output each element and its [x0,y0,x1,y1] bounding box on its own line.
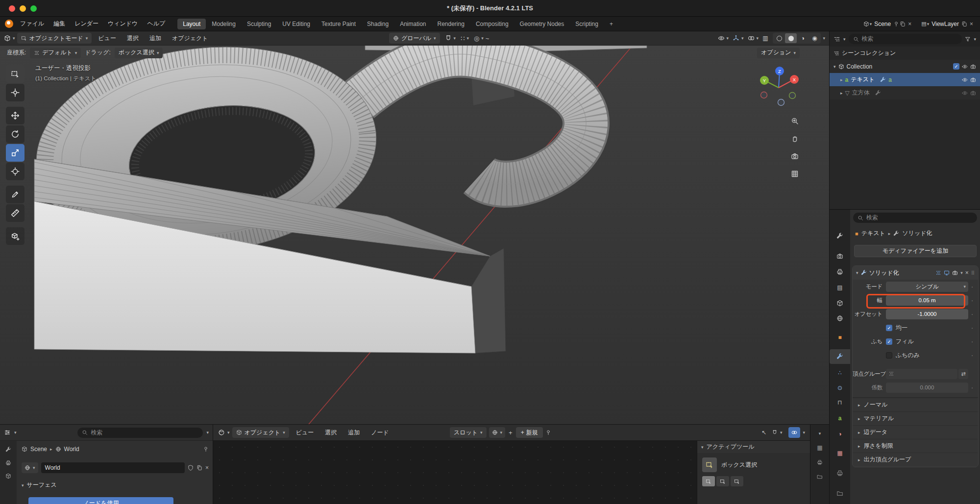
wb-scene-label[interactable]: Scene [30,446,47,453]
shading-chevron[interactable]: ▾ [823,36,825,41]
tool-select-box[interactable] [6,65,24,83]
transform-orientation-dropdown[interactable]: グローバル ▾ [389,33,440,44]
section-materials[interactable]: ▸マテリアル [853,411,978,425]
tool-scale[interactable] [6,144,24,162]
wb-pin-icon[interactable] [203,446,209,452]
slot-dropdown[interactable]: スロット ▾ [450,427,487,438]
wp-tab-tool-icon[interactable] [5,447,11,453]
ne-overlays-chevron[interactable]: ▾ [803,430,805,435]
modifier-extras-chevron[interactable]: ▾ [960,270,963,275]
menu-window[interactable]: ウィンドウ [103,18,142,29]
select-mode-extend-button[interactable] [716,476,729,486]
node-menu-add[interactable]: 追加 [343,427,364,438]
node-menu-select[interactable]: 選択 [320,427,341,438]
wp-tab-output-icon[interactable] [5,473,11,479]
node-menu-view[interactable]: ビュー [292,427,318,438]
modifier-render-toggle-icon[interactable] [952,270,958,276]
outliner-row-text-object[interactable]: ▸ a テキスト a [830,73,980,86]
viewport-menu-object[interactable]: オブジェクト [168,33,213,44]
pin-scene-icon[interactable] [893,21,899,27]
box-select-tool-tile[interactable] [702,457,717,472]
tab-output-icon[interactable] [830,264,850,279]
world-name-field[interactable]: World [41,462,185,473]
tab-world-icon[interactable] [830,311,850,326]
workspace-tab-texture-paint[interactable]: Texture Paint [316,19,361,29]
workspace-tab-scripting[interactable]: Scripting [570,19,604,29]
tab-view-layer-icon[interactable]: ▤ [830,280,850,295]
mode-dropdown-field[interactable]: シンプル▾ [886,282,968,292]
tab-tool-icon[interactable] [830,229,850,243]
remove-viewlayer-icon[interactable]: × [968,21,975,27]
rim-only-animate-dot[interactable]: · [969,351,975,359]
gizmo-neg-x[interactable] [761,92,767,98]
wb-world-label[interactable]: World [64,446,79,453]
strip-grid-icon[interactable]: ▦ [817,444,822,451]
tab-scene-icon[interactable] [830,296,850,311]
strip-folder-icon[interactable] [817,474,823,480]
shading-solid-button[interactable] [785,33,797,43]
unlink-scene-icon[interactable]: × [906,21,913,27]
gizmos-toggle-icon[interactable] [733,35,739,42]
overlays-chevron[interactable]: ▾ [757,36,759,41]
workspace-tab-sculpting[interactable]: Sculpting [242,19,276,29]
camera-view-icon[interactable] [788,149,802,163]
new-viewlayer-icon[interactable] [961,21,967,27]
modifier-name[interactable]: ソリッド化 [869,269,899,277]
navigation-gizmo[interactable]: Z X Y [758,65,799,106]
rim-fill-checkbox[interactable]: ✓ [886,338,892,345]
properties-editor-icon[interactable] [4,429,11,436]
ortho-toggle-icon[interactable] [788,167,802,181]
workspace-tab-geometry-nodes[interactable]: Geometry Nodes [514,19,570,29]
ne-snap-arrow-icon[interactable]: ↖ [761,429,766,436]
viewport-canvas[interactable]: 座標系: デフォルト ▾ ドラッグ: ボックス選択 ▾ オプション ▾ ユーザー… [0,46,829,424]
text-eye-icon[interactable] [962,77,968,83]
section-thickness-clamp[interactable]: ▸厚さを制限 [853,439,978,453]
collection-expand-icon[interactable]: ▾ [833,64,836,69]
outliner-row-collection[interactable]: ▾ Collection ✓ [830,60,980,73]
collection-eye-icon[interactable] [962,64,968,70]
falloff-icon[interactable]: ~ [486,35,490,42]
outliner-editor-icon[interactable] [833,36,840,43]
object-visibility-icon[interactable] [718,35,725,42]
shader-type-dropdown[interactable]: オブジェクト ▾ [232,427,289,438]
factor-animate-dot[interactable]: · [969,384,975,391]
snap-magnet-icon[interactable] [445,35,452,42]
select-mode-set-button[interactable] [702,476,715,486]
scene-dropdown-chevron[interactable]: ▾ [870,22,872,26]
active-tool-header[interactable]: ▾ アクティブツール [697,441,810,453]
options-dropdown[interactable]: オプション ▾ [757,48,800,58]
world-copy-icon[interactable] [196,465,202,471]
tool-transform[interactable] [6,163,24,180]
tab-object-data-icon[interactable]: a [830,411,850,426]
viewlayer-selector[interactable]: ViewLayer [931,21,959,27]
tab-modifiers-icon[interactable] [830,349,850,364]
zoom-window-button[interactable] [30,5,37,12]
strip-printer-icon[interactable] [817,459,823,465]
outliner-editor-chevron[interactable]: ▾ [843,37,846,42]
outliner-row-cube-object[interactable]: ▸ ▽ 立方体 [830,86,980,99]
snap-chevron[interactable]: ▾ [454,36,456,41]
gizmos-chevron[interactable]: ▾ [741,36,744,41]
add-workspace-button[interactable]: + [604,19,618,29]
world-search-chevron[interactable]: ▾ [206,430,209,435]
breadcrumb-modifier-label[interactable]: ソリッド化 [902,229,932,238]
offset-number-field[interactable]: -1.0000 [886,309,968,319]
modifier-header[interactable]: ▾ ソリッド化 ▾ × ⠿ [853,266,978,280]
viewport-menu-select[interactable]: 選択 [122,33,143,44]
ne-overlays-toggle[interactable] [788,427,800,438]
shader-editor-chevron[interactable]: ▾ [227,430,230,435]
filter-funnel-icon[interactable] [965,36,971,42]
viewport-3d-scene[interactable] [0,46,829,424]
snap-increment-icon[interactable]: ∷ [461,35,465,42]
text-expand-icon[interactable]: ▸ [840,77,843,82]
workspace-tab-uv-editing[interactable]: UV Editing [277,19,316,29]
surface-section-header[interactable]: ▾ サーフェス [22,481,57,489]
rim-fill-animate-dot[interactable]: · [969,337,975,345]
new-scene-icon[interactable] [900,21,906,27]
viewport-menu-view[interactable]: ビュー [94,33,121,44]
workspace-tab-modeling[interactable]: Modeling [206,19,241,29]
tool-cursor[interactable] [6,84,24,101]
collection-checkbox[interactable]: ✓ [953,63,959,70]
vertex-group-invert-button[interactable]: ⇄ [958,369,968,379]
strip-chevron[interactable]: ▾ [819,431,821,436]
